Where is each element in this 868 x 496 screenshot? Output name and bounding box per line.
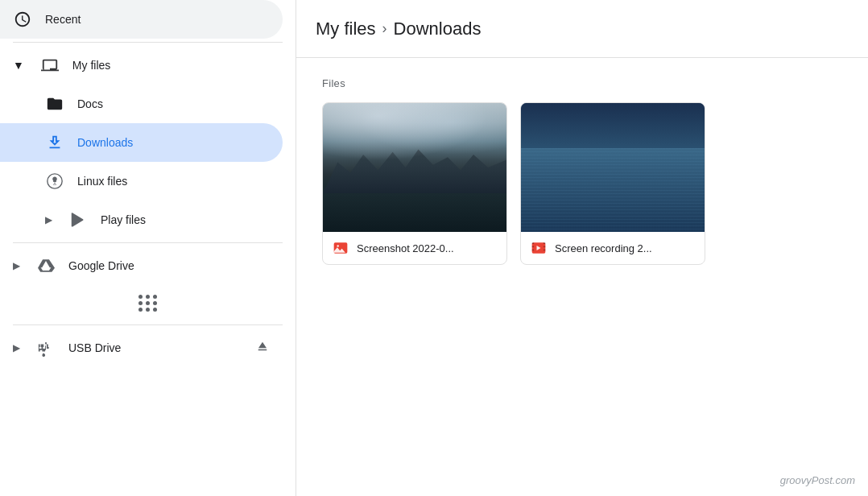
- sidebar-item-usb-drive-label: USB Drive: [68, 341, 121, 354]
- computer-icon: [40, 56, 60, 75]
- water-overlay: [323, 196, 506, 232]
- download-icon: [45, 133, 64, 152]
- header: My files › Downloads: [296, 0, 868, 58]
- sidebar-item-usb-drive[interactable]: ▶ USB Drive: [0, 329, 283, 367]
- cloud-overlay: [323, 103, 506, 167]
- clock-icon: [13, 10, 32, 29]
- video-type-icon: [531, 240, 547, 256]
- svg-rect-4: [532, 242, 535, 244]
- image-type-icon: [333, 240, 349, 256]
- chevron-playfiles-icon: ▶: [45, 214, 52, 225]
- file-card-screen-recording[interactable]: Screen recording 2...: [520, 102, 705, 265]
- divider-2: [13, 242, 283, 243]
- file-card-screenshot[interactable]: Screenshot 2022-0...: [322, 102, 507, 265]
- sidebar-item-recent[interactable]: Recent: [0, 0, 283, 39]
- sidebar-item-docs[interactable]: Docs: [0, 85, 283, 123]
- more-items-button[interactable]: [132, 288, 164, 318]
- breadcrumb-separator: ›: [382, 20, 387, 37]
- folder-icon: [45, 94, 64, 114]
- divider-1: [13, 42, 283, 43]
- sidebar-item-linux-files-label: Linux files: [77, 175, 127, 188]
- sidebar-item-google-drive[interactable]: ▶ Google Drive: [0, 246, 283, 285]
- sidebar-item-docs-label: Docs: [77, 97, 103, 110]
- sidebar-item-downloads-label: Downloads: [77, 136, 133, 149]
- sidebar-item-linux-files[interactable]: Linux files: [0, 162, 283, 200]
- watermark: groovyPost.com: [780, 474, 855, 486]
- file-name-screen-recording: Screen recording 2...: [555, 242, 652, 254]
- svg-rect-5: [532, 246, 535, 248]
- sidebar-item-my-files[interactable]: ▼ My files: [0, 46, 283, 85]
- svg-rect-6: [532, 250, 535, 251]
- google-drive-icon: [36, 256, 56, 275]
- sidebar-item-google-drive-label: Google Drive: [68, 259, 134, 272]
- sidebar: Recent ▼ My files Docs Downloads Linux f…: [0, 0, 296, 496]
- breadcrumb-my-files[interactable]: My files: [316, 19, 376, 39]
- chevron-gdrive-icon: ▶: [13, 260, 20, 271]
- file-info-screenshot: Screenshot 2022-0...: [323, 232, 506, 264]
- chevron-usb-icon: ▶: [13, 342, 20, 353]
- files-grid: Screenshot 2022-0...: [322, 102, 842, 265]
- svg-point-2: [337, 245, 339, 247]
- sidebar-item-play-files-label: Play files: [101, 213, 146, 226]
- section-label: Files: [322, 77, 842, 89]
- file-thumbnail-screenshot: [323, 103, 506, 232]
- eject-icon[interactable]: [255, 339, 270, 357]
- play-store-icon: [68, 210, 88, 229]
- chevron-myfiles-icon: ▼: [13, 59, 24, 72]
- divider-3: [13, 324, 283, 325]
- svg-rect-9: [544, 250, 546, 251]
- linux-icon: [45, 172, 64, 191]
- file-name-screenshot: Screenshot 2022-0...: [357, 242, 454, 254]
- more-dots-icon: [138, 295, 158, 312]
- svg-rect-8: [544, 246, 546, 248]
- breadcrumb-current: Downloads: [394, 19, 482, 39]
- breadcrumb: My files › Downloads: [316, 19, 481, 39]
- file-info-screen-recording: Screen recording 2...: [521, 232, 705, 264]
- sidebar-item-recent-label: Recent: [45, 13, 81, 26]
- sidebar-item-my-files-label: My files: [72, 59, 110, 72]
- file-thumbnail-screen-recording: [521, 103, 705, 232]
- main-content: My files › Downloads Files: [296, 0, 868, 496]
- content-area: Files Screenshot 2022-0...: [296, 58, 868, 496]
- usb-icon: [36, 338, 56, 358]
- sidebar-item-downloads[interactable]: Downloads: [0, 123, 283, 162]
- sidebar-item-play-files[interactable]: ▶ Play files: [0, 200, 283, 239]
- svg-rect-7: [544, 242, 546, 244]
